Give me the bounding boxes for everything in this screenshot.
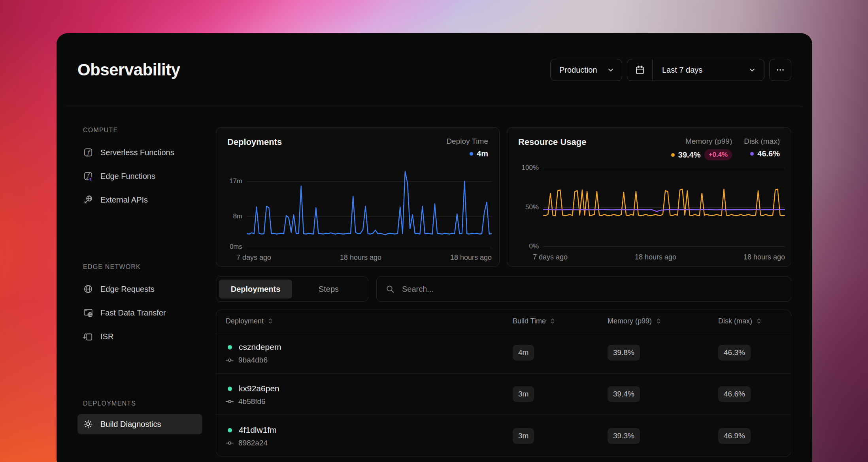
deploy-time-chart: 17m 8m 0ms 7 days ago 18 hours ago 18 ho… (247, 168, 492, 247)
column-header-disk[interactable]: Disk (max) (718, 310, 762, 332)
x-tick-label: 18 hours ago (743, 253, 785, 261)
x-tick-label: 7 days ago (236, 254, 271, 262)
legend-value: 39.4% (678, 150, 701, 160)
section-label: COMPUTE (77, 126, 208, 134)
y-tick-label: 50% (525, 203, 539, 211)
status-dot (228, 428, 232, 432)
y-tick-label: 17m (229, 177, 242, 185)
y-tick-label: 100% (522, 164, 539, 172)
legend-value: 46.6% (757, 149, 780, 158)
line-series-canvas (543, 168, 785, 247)
status-dot (228, 345, 232, 349)
sidebar-item-edge-requests[interactable]: Edge Requests (77, 277, 208, 301)
legend-label: Disk (max) (744, 137, 780, 146)
memory-value: 39.8% (608, 345, 640, 361)
view-tabs: Deployments Steps (216, 276, 368, 302)
delta-badge: +0.4% (704, 149, 732, 160)
resource-usage-chart: 100% 50% 0% 7 days ago 18 hours ago 18 h… (543, 168, 785, 247)
sidebar-section-edge-network: EDGE NETWORK Edge Requests Fast Data Tra… (77, 263, 208, 348)
calendar-button[interactable] (627, 59, 653, 81)
date-range-control: Last 7 days (627, 59, 764, 81)
sidebar-item-edge-functions[interactable]: ƒε Edge Functions (77, 164, 208, 188)
y-tick-label: 0% (529, 242, 539, 250)
legend-memory: Memory (p99) 39.4% +0.4% (671, 137, 732, 160)
table-row[interactable]: kx92a6pen 4b58fd6 3m 39.4% 46.6% (216, 374, 791, 415)
ellipsis-icon (776, 65, 785, 75)
sidebar-item-external-apis[interactable]: External APIs (77, 188, 208, 212)
commit-hash: 9ba4db6 (238, 356, 268, 364)
disk-value: 46.6% (718, 386, 751, 402)
build-time-value: 3m (513, 428, 534, 444)
section-label: DEPLOYMENTS (77, 400, 208, 408)
legend-disk: Disk (max) 46.6% (744, 137, 780, 160)
external-apis-icon (83, 195, 93, 205)
sidebar-item-label: ISR (100, 332, 113, 341)
sidebar-item-fast-data-transfer[interactable]: Fast Data Transfer (77, 301, 208, 325)
fast-data-transfer-icon (83, 308, 93, 318)
svg-text:ƒ: ƒ (87, 149, 91, 156)
search-box (376, 276, 791, 302)
memory-value: 39.3% (608, 428, 640, 444)
sort-icon (550, 317, 555, 325)
x-axis-labels: 7 days ago 18 hours ago 18 hours ago (533, 253, 785, 261)
column-header-deployment[interactable]: Deployment (226, 310, 273, 332)
disk-value: 46.9% (718, 428, 751, 444)
resource-usage-chart-card: Resource Usage Memory (p99) 39.4% +0.4% … (507, 127, 791, 267)
table-row[interactable]: cszndepem 9ba4db6 4m 39.8% 46.3% (216, 332, 791, 374)
x-tick-label: 18 hours ago (450, 254, 492, 262)
calendar-icon (635, 65, 645, 75)
deployment-name: kx92a6pen (239, 384, 279, 393)
column-header-build-time[interactable]: Build Time (513, 310, 555, 332)
sidebar-section-deployments: DEPLOYMENTS Build Diagnostics (77, 400, 208, 434)
commit-icon (226, 357, 234, 363)
environment-dropdown[interactable]: Production (550, 59, 622, 81)
tab-steps[interactable]: Steps (292, 280, 365, 299)
deployment-name: 4f1dlw1fm (239, 425, 277, 435)
sort-icon (268, 317, 273, 325)
sidebar-item-serverless-functions[interactable]: ƒ Serverless Functions (77, 141, 208, 164)
main-content: Deployments Deploy Time 4m (216, 107, 791, 462)
x-tick-label: 18 hours ago (340, 254, 381, 262)
deployments-table: Deployment Build Time Memory (p99) Disk … (216, 310, 791, 456)
sort-icon (656, 317, 661, 325)
tab-deployments[interactable]: Deployments (219, 280, 292, 299)
table-header: Deployment Build Time Memory (p99) Disk … (216, 310, 791, 332)
commit-icon (226, 399, 234, 404)
date-range-label: Last 7 days (662, 66, 702, 75)
legend-label: Memory (p99) (685, 137, 732, 146)
legend-deploy-time: Deploy Time 4m (446, 137, 488, 158)
svg-text:ε: ε (89, 177, 92, 181)
date-range-dropdown[interactable]: Last 7 days (653, 59, 764, 81)
x-tick-label: 7 days ago (533, 253, 568, 261)
legend-label: Deploy Time (446, 137, 488, 146)
table-row[interactable]: 4f1dlw1fm 8982a24 3m 39.3% 46.9% (216, 415, 791, 456)
sidebar-item-label: Edge Functions (100, 172, 155, 181)
x-tick-label: 18 hours ago (635, 253, 676, 261)
build-time-value: 3m (513, 386, 534, 402)
sidebar-item-label: Edge Requests (100, 285, 155, 294)
commit-icon (226, 440, 234, 446)
search-input[interactable] (401, 284, 782, 294)
line-series-canvas (247, 168, 492, 247)
isr-icon (83, 331, 93, 342)
more-button[interactable] (769, 59, 791, 81)
sidebar-item-build-diagnostics[interactable]: Build Diagnostics (77, 414, 202, 434)
serverless-function-icon: ƒ (83, 147, 93, 158)
legend-value: 4m (477, 149, 488, 158)
environment-label: Production (559, 66, 597, 75)
x-axis-labels: 7 days ago 18 hours ago 18 hours ago (236, 254, 492, 262)
build-time-value: 4m (513, 345, 534, 361)
column-header-memory[interactable]: Memory (p99) (608, 310, 661, 332)
sidebar-section-compute: COMPUTE ƒ Serverless Functions ƒε Edge F… (77, 126, 208, 212)
chevron-down-icon (748, 66, 756, 74)
disk-value: 46.3% (718, 345, 751, 361)
sidebar-item-label: Serverless Functions (100, 148, 174, 157)
sidebar-item-isr[interactable]: ISR (77, 325, 208, 348)
sidebar-item-label: Build Diagnostics (100, 420, 161, 429)
chart-title: Deployments (227, 137, 282, 147)
gear-icon (83, 419, 93, 429)
section-label: EDGE NETWORK (77, 263, 208, 271)
chevron-down-icon (607, 66, 615, 74)
legend-dot-orange (671, 153, 675, 157)
globe-icon (83, 284, 93, 294)
